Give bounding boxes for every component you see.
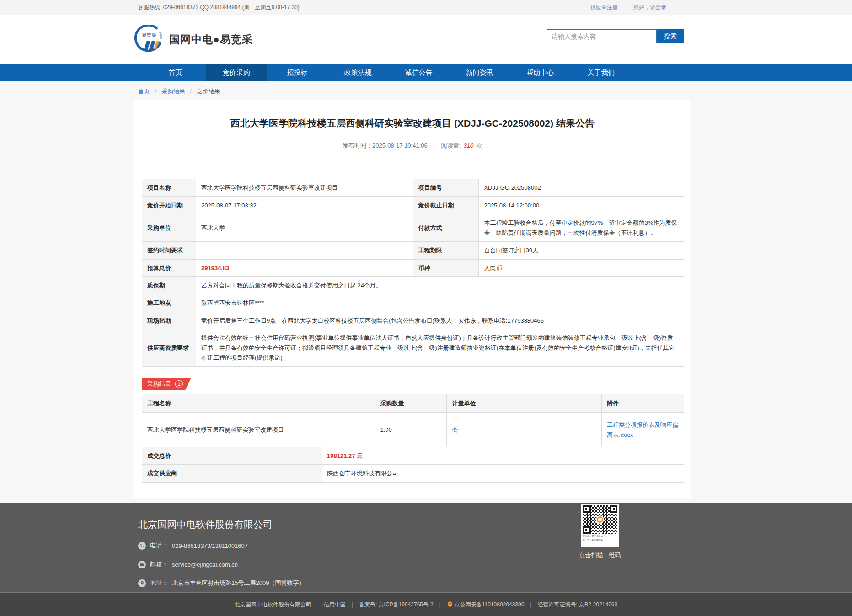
field-value: 西北大学医学院科技楼五层西侧科研实验室改建项目 xyxy=(196,179,413,196)
nav-item-integrity[interactable]: 诚信公告 xyxy=(388,64,449,81)
nav-item-help[interactable]: 帮助中心 xyxy=(510,64,571,81)
footer-address-line: 地址： 北京市丰台区射击场路15号二层2009（国博数字） xyxy=(138,579,691,587)
qr-code[interactable]: 群名称：易竞采公众号 群 号：615639507 xyxy=(581,504,619,547)
column-header: 计量单位 xyxy=(447,394,602,412)
page-title: 西北大学医学院科技楼五层西侧科研实验室改建项目 (XDJJ-GC-2025080… xyxy=(134,100,691,130)
credit-china-link[interactable]: 信用中国 xyxy=(324,601,346,609)
nav-item-policy[interactable]: 政策法规 xyxy=(327,64,388,81)
dashed-divider xyxy=(142,160,683,160)
table-row: 竞价开始日期 2025-08-07 17:03:32 竞价截止日期 2025-0… xyxy=(142,196,684,214)
table-row: 采购单位 西北大学 付款方式 本工程竣工验收合格后，付至审定价款的97%，留审定… xyxy=(142,214,684,242)
footer-address-value: 北京市丰台区射击场路15号二层2009（国博数字） xyxy=(172,579,305,587)
nav-item-tender[interactable]: 招投标 xyxy=(267,64,327,81)
footer-email-value: service@ejingcai.com.cn xyxy=(172,561,238,568)
police-record[interactable]: 京公网安备11010802043390 xyxy=(447,601,525,609)
icp-number: 备案号: 京ICP备19042765号-2 xyxy=(359,601,434,609)
quantity-cell: 1.00 xyxy=(375,413,447,447)
bottombar-company: 北京国网中电软件股份有限公司 xyxy=(235,601,311,609)
field-label: 付款方式 xyxy=(413,214,479,242)
svg-text:易竞采: 易竞采 xyxy=(142,32,157,38)
purchase-result-section: 采购结果 1 工程名称 采购数量 计量单位 附件 西北大学医学院科技楼五层西侧科… xyxy=(134,378,691,483)
bottombar: 北京国网中电软件股份有限公司 信用中国 | 备案号: 京ICP备19042765… xyxy=(0,592,852,616)
topbar: 客服热线: 029-86618373 QQ:2881944994 (周一至周五9… xyxy=(0,0,852,15)
nav-item-about[interactable]: 关于我们 xyxy=(571,64,632,81)
field-label: 项目编号 xyxy=(413,179,479,196)
location-icon xyxy=(138,579,146,587)
supplier-register-link[interactable]: 供应商注册 xyxy=(590,4,618,11)
footer-phone-value: 029-86618373/13811001607 xyxy=(172,542,248,549)
nav-item-bidding-purchase[interactable]: 竞价采购 xyxy=(206,64,267,81)
footer: 北京国网中电软件股份有限公司 电话： 029-86618373/13811001… xyxy=(0,503,852,592)
field-value: 陕西省西安市碑林区**** xyxy=(196,294,684,312)
field-label: 质保期 xyxy=(142,277,196,294)
views-label: 阅读量: xyxy=(441,142,461,149)
search-input[interactable] xyxy=(547,29,657,43)
qr-note-line2: 群 号：615639507 xyxy=(583,538,617,542)
column-header: 采购数量 xyxy=(375,394,447,412)
table-row: 供应商资质要求 提供合法有效的统一社会信用代码营业执照(事业单位提供事业单位法人… xyxy=(142,329,684,366)
publish-time-label: 发布时间： xyxy=(343,142,372,149)
site-title: 国网中电●易竞采 xyxy=(169,32,253,47)
mail-icon xyxy=(138,561,146,568)
deal-total-value: 198121.27 元 xyxy=(322,447,684,464)
field-value: 自合同签订之日30天 xyxy=(479,242,684,259)
field-value: 提供合法有效的统一社会信用代码营业执照(事业单位提供事业单位法人证书，自然人应提… xyxy=(196,329,684,366)
table-row: 预算总价 291934.83 币种 人民币 xyxy=(142,259,684,276)
table-row: 项目名称 西北大学医学院科技楼五层西侧科研实验室改建项目 项目编号 XDJJ-G… xyxy=(142,179,684,196)
field-label: 币种 xyxy=(413,259,479,276)
field-value: 2025-08-07 17:03:32 xyxy=(196,196,413,214)
brand-logo[interactable]: 易竞采 国网中电●易竞采 xyxy=(134,25,253,54)
ribbon-label: 采购结果 xyxy=(147,380,171,388)
table-row: 质保期 乙方对合同工程的质量保修期为验收合格并交付使用之日起 24个月。 xyxy=(142,277,684,294)
field-value: 2025-08-14 12:00:00 xyxy=(479,196,684,214)
footer-address-label: 地址： xyxy=(150,579,168,587)
footer-email-line: 邮箱： service@ejingcai.com.cn xyxy=(138,560,691,568)
nav-item-home[interactable]: 首页 xyxy=(145,64,206,81)
ejingcai-logo-icon: 易竞采 xyxy=(134,25,164,54)
deal-supplier-label: 成交供应商 xyxy=(142,465,322,482)
field-label: 预算总价 xyxy=(142,259,196,276)
deal-total-label: 成交总价 xyxy=(142,447,322,464)
views-count: 310 xyxy=(464,142,474,149)
column-header: 附件 xyxy=(602,394,684,412)
divider: | xyxy=(530,601,531,608)
article-meta: 发布时间：2025-08-17 10:41:06 阅读量: 310 次 xyxy=(134,142,691,160)
search-bar: 搜索 xyxy=(547,29,684,43)
table-row: 成交总价 198121.27 元 xyxy=(142,447,684,464)
purchase-result-ribbon: 采购结果 1 xyxy=(142,378,191,390)
publish-time: 2025-08-17 10:41:06 xyxy=(372,142,428,149)
phone-icon xyxy=(138,542,146,550)
table-row: 西北大学医学院科技楼五层西侧科研实验室改建项目 1.00 套 工程类分项报价表及… xyxy=(142,413,684,447)
divider: | xyxy=(439,601,441,608)
result-count-badge: 1 xyxy=(175,380,183,388)
license-number: 经营许可证编号: 京B2-20214060 xyxy=(537,601,617,609)
budget-total-value: 291934.83 xyxy=(196,259,413,276)
field-value: 西北大学 xyxy=(196,214,413,242)
unit-cell: 套 xyxy=(447,413,602,447)
field-label: 工程期限 xyxy=(413,242,479,259)
qr-caption: 点击扫描二维码 xyxy=(573,551,627,559)
attachment-link[interactable]: 工程类分项报价表及响应偏离表.docx xyxy=(607,421,678,438)
project-info-table: 项目名称 西北大学医学院科技楼五层西侧科研实验室改建项目 项目编号 XDJJ-G… xyxy=(142,179,684,366)
deal-supplier-value: 陕西创宁环境科技有限公司 xyxy=(322,465,684,482)
breadcrumb: 首页 / 采购结果 / 竞价结果 xyxy=(0,81,852,100)
divider: | xyxy=(352,601,353,608)
field-label: 竞价开始日期 xyxy=(142,196,196,214)
breadcrumb-separator: / xyxy=(190,88,192,95)
breadcrumb-section[interactable]: 采购结果 xyxy=(161,88,185,95)
field-label: 采购单位 xyxy=(142,214,196,242)
breadcrumb-home[interactable]: 首页 xyxy=(138,88,150,95)
breadcrumb-current: 竞价结果 xyxy=(197,88,220,95)
table-row: 成交供应商 陕西创宁环境科技有限公司 xyxy=(142,465,684,482)
field-label: 项目名称 xyxy=(142,179,196,196)
header: 易竞采 国网中电●易竞采 搜索 xyxy=(0,15,852,64)
field-label: 供应商资质要求 xyxy=(142,329,196,366)
login-link[interactable]: 您好，请登录 xyxy=(633,4,666,11)
footer-email-label: 邮箱： xyxy=(150,560,168,568)
field-label: 现场踏勘 xyxy=(142,312,196,329)
field-value: 人民币 xyxy=(479,259,684,276)
qr-code-block[interactable]: 群名称：易竞采公众号 群 号：615639507 点击扫描二维码 xyxy=(573,504,627,559)
nav-item-news[interactable]: 新闻资讯 xyxy=(449,64,510,81)
search-button[interactable]: 搜索 xyxy=(657,29,684,43)
page: 客服热线: 029-86618373 QQ:2881944994 (周一至周五9… xyxy=(0,0,852,616)
